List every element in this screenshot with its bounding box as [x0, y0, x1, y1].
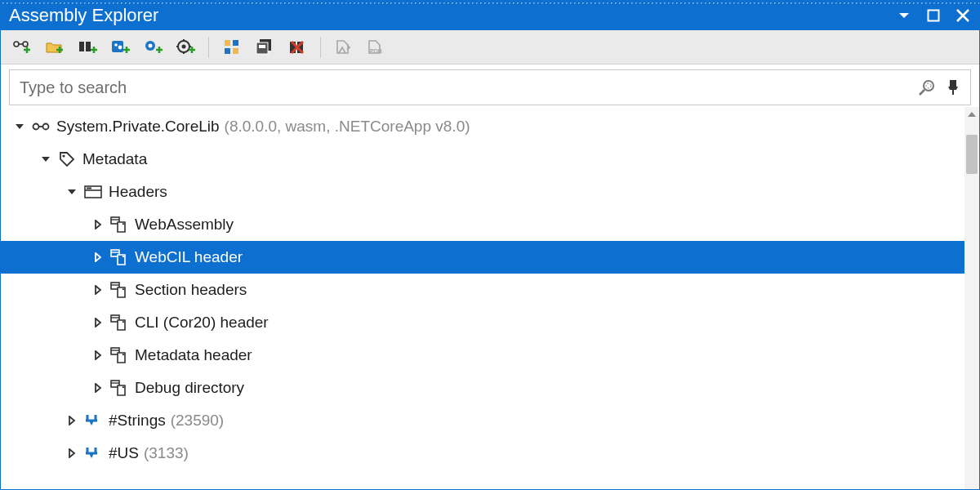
close-button[interactable] [955, 7, 971, 24]
expand-toggle[interactable] [65, 413, 79, 428]
toolbar-separator [208, 37, 209, 58]
svg-rect-21 [225, 48, 230, 54]
window-menu-button[interactable] [896, 7, 912, 24]
svg-rect-42 [87, 188, 91, 189]
svg-rect-34 [950, 80, 956, 87]
vertical-scrollbar[interactable] [964, 107, 979, 489]
expand-toggle[interactable] [91, 381, 105, 395]
svg-rect-20 [233, 40, 238, 46]
svg-rect-19 [225, 40, 230, 46]
tree-item-count: (23590) [171, 412, 225, 430]
save-all-button[interactable] [253, 36, 276, 59]
assembly-icon [32, 118, 50, 136]
export-vs-button[interactable] [332, 36, 355, 59]
header-group-icon [84, 183, 102, 201]
svg-rect-7 [86, 42, 91, 51]
expand-toggle[interactable] [91, 315, 105, 330]
tree-item-label: System.Private.CoreLib [56, 118, 220, 136]
tag-icon [58, 150, 76, 168]
tree-item-label: Headers [109, 183, 167, 201]
stream-icon [84, 444, 102, 462]
tree-item-header[interactable]: CLI (Cor20) header [1, 306, 964, 339]
scroll-thumb[interactable] [966, 135, 978, 174]
add-nuget-button[interactable] [109, 36, 131, 59]
header-file-icon [110, 281, 128, 299]
expand-toggle[interactable] [12, 119, 27, 134]
grid-view-button[interactable] [220, 36, 243, 59]
stream-icon [84, 412, 102, 430]
window-title: Assembly Explorer [9, 5, 158, 26]
search-input[interactable] [18, 78, 916, 98]
expand-toggle[interactable] [65, 446, 79, 461]
svg-point-32 [926, 83, 931, 88]
svg-point-3 [14, 42, 19, 47]
svg-point-37 [43, 124, 49, 130]
svg-point-9 [114, 43, 118, 47]
tree-item-headers[interactable]: Headers [1, 176, 964, 208]
expand-toggle[interactable] [91, 250, 105, 265]
tree-item-label: WebCIL header [135, 248, 243, 266]
svg-rect-25 [259, 45, 265, 48]
titlebar: Assembly Explorer [1, 1, 979, 30]
maximize-button[interactable] [925, 7, 942, 24]
svg-point-4 [23, 42, 28, 47]
export-pdb-button[interactable]: PDB [365, 36, 388, 59]
header-file-icon [110, 346, 128, 364]
open-folder-button[interactable] [43, 36, 66, 59]
header-file-icon [110, 379, 128, 397]
tree-item-label: Section headers [135, 281, 247, 299]
expand-toggle[interactable] [91, 283, 105, 297]
svg-rect-0 [929, 11, 939, 21]
tree-item-label: WebAssembly [135, 216, 234, 234]
tree-item-label: Metadata header [135, 346, 252, 364]
svg-line-33 [920, 90, 924, 95]
tree-item-label: Metadata [82, 150, 147, 168]
expand-toggle[interactable] [65, 185, 79, 199]
svg-rect-22 [233, 48, 238, 54]
tree-item-label: #Strings [109, 412, 166, 430]
tree-item-label: Debug directory [135, 379, 244, 397]
svg-point-12 [149, 43, 153, 47]
toolbar: PDB [1, 30, 979, 65]
tree-item-header[interactable]: WebCIL header [1, 241, 964, 274]
tree-item-detail: (8.0.0.0, wasm, .NETCoreApp v8.0) [225, 118, 470, 136]
svg-point-10 [118, 45, 122, 49]
svg-point-36 [33, 124, 39, 130]
tree-item-stream[interactable]: #Strings(23590) [1, 404, 964, 437]
tree-item-count: (3133) [144, 444, 189, 462]
expand-toggle[interactable] [38, 152, 53, 167]
svg-point-39 [62, 154, 65, 157]
tree-item-metadata[interactable]: Metadata [1, 143, 964, 176]
add-reference-button[interactable] [11, 36, 33, 59]
tree-item-assembly[interactable]: System.Private.CoreLib (8.0.0.0, wasm, .… [1, 110, 964, 143]
svg-point-31 [924, 81, 933, 91]
tree-item-stream[interactable]: #US(3133) [1, 437, 964, 470]
svg-rect-6 [79, 42, 84, 51]
svg-point-14 [182, 44, 186, 48]
search-bar [9, 69, 971, 105]
svg-text:PDB: PDB [370, 48, 382, 54]
settings-button[interactable] [174, 36, 197, 59]
header-file-icon [110, 314, 128, 332]
tree-item-label: CLI (Cor20) header [135, 314, 269, 332]
add-assembly-button[interactable] [76, 36, 99, 59]
scroll-up-icon[interactable] [964, 107, 979, 122]
tree-item-header[interactable]: Metadata header [1, 339, 964, 372]
tree-view[interactable]: System.Private.CoreLib (8.0.0.0, wasm, .… [1, 107, 964, 489]
expand-toggle[interactable] [91, 348, 105, 363]
toolbar-separator [320, 37, 321, 58]
pin-icon[interactable] [944, 78, 962, 96]
tree-item-label: #US [109, 444, 139, 462]
tree-item-header[interactable]: Section headers [1, 274, 964, 306]
search-icon[interactable] [916, 77, 938, 98]
header-file-icon [110, 248, 128, 266]
assembly-explorer-window: Assembly Explorer [0, 0, 980, 490]
header-file-icon [110, 216, 128, 234]
add-process-button[interactable] [141, 36, 164, 59]
remove-button[interactable] [286, 36, 309, 59]
expand-toggle[interactable] [91, 217, 105, 232]
tree-item-header[interactable]: WebAssembly [1, 208, 964, 241]
tree-item-header[interactable]: Debug directory [1, 372, 964, 404]
